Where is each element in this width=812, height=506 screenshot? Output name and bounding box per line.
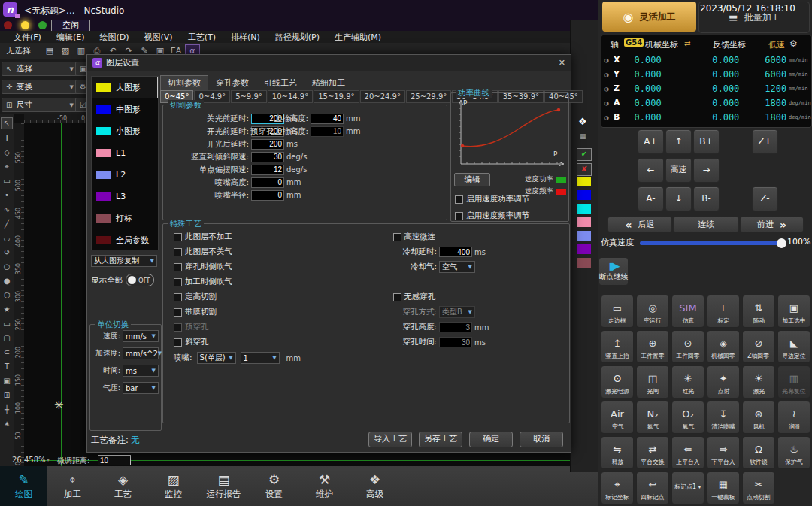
unit-select[interactable]: mm/s^2 ▼ bbox=[123, 347, 159, 359]
speed-mode-label[interactable]: 低速 bbox=[768, 39, 785, 50]
enable-speed-power-checkbox[interactable]: 启用速度功率调节 bbox=[455, 194, 529, 205]
drawing-tool-icon[interactable]: • bbox=[2, 190, 12, 201]
show-all-toggle[interactable]: OFF bbox=[126, 274, 154, 286]
function-button[interactable]: ▦ 一键裁板 bbox=[707, 471, 740, 504]
main-tab[interactable]: ▤ 运行报告 bbox=[198, 466, 249, 506]
parameter-tab[interactable]: 穿孔参数 bbox=[208, 75, 256, 92]
layer-list-item[interactable]: L3 bbox=[92, 186, 158, 208]
function-button[interactable]: ⇛ 下平台入 bbox=[707, 436, 740, 469]
drawing-tool-icon[interactable]: ▭ bbox=[2, 176, 12, 186]
layer-color-swatch[interactable] bbox=[577, 204, 591, 214]
function-button[interactable]: ⊥ 标定 bbox=[707, 295, 740, 328]
layer-color-swatch[interactable] bbox=[577, 258, 591, 268]
function-button[interactable]: ⇄ 平台交换 bbox=[636, 436, 669, 469]
function-button[interactable]: ◈ 机械回零 bbox=[707, 330, 740, 363]
parameter-tab[interactable]: 引线工艺 bbox=[256, 75, 304, 92]
continuous-button[interactable]: 连续 bbox=[673, 217, 739, 232]
function-button[interactable]: ⊕ 工件置零 bbox=[636, 330, 669, 363]
axis-clear-icon[interactable]: ◑ bbox=[604, 56, 614, 64]
cool-delay-input[interactable] bbox=[439, 247, 472, 257]
save-as-process-button[interactable]: 另存工艺 bbox=[419, 432, 462, 447]
jog-y-minus-button[interactable]: ↓ bbox=[665, 186, 692, 211]
nozzle-size-select[interactable]: 1 ▼ bbox=[241, 352, 280, 364]
step-back-button[interactable]: « 后退 bbox=[607, 217, 672, 232]
main-tab[interactable]: ⚒ 维护 bbox=[299, 466, 350, 506]
special-checkbox[interactable]: 带膜切割 bbox=[174, 305, 232, 320]
function-button[interactable]: ⊙ 工件回零 bbox=[671, 330, 704, 363]
axis-clear-icon[interactable]: ◑ bbox=[604, 99, 614, 107]
drawing-tool-icon[interactable]: ⌖ bbox=[2, 162, 12, 172]
menu-item[interactable]: 路径规划(P) bbox=[268, 32, 327, 43]
angle-range-tab[interactable]: 25~29.9° bbox=[406, 90, 451, 103]
param-input[interactable] bbox=[251, 152, 284, 162]
angle-range-tab[interactable]: 20~24.9° bbox=[360, 90, 405, 103]
left-panel-button[interactable]: ✛ 变换 ▼ bbox=[2, 80, 78, 94]
jog-b-plus-button[interactable]: B+ bbox=[693, 129, 720, 154]
special-checkbox[interactable]: 斜穿孔 bbox=[174, 335, 232, 350]
left-panel-button[interactable]: ⊞ 尺寸 ▼ bbox=[2, 98, 78, 112]
enable-speed-freq-checkbox[interactable]: 启用速度频率调节 bbox=[455, 211, 529, 221]
drawing-tool-icon[interactable]: ✛ bbox=[2, 133, 12, 144]
param-input[interactable] bbox=[311, 114, 344, 124]
function-button[interactable]: ⌖ 标记坐标 bbox=[601, 471, 634, 504]
sim-speed-slider[interactable] bbox=[640, 241, 783, 245]
layers-stack-icon[interactable]: ❖ bbox=[578, 116, 587, 127]
no-feel-pierce-checkbox[interactable]: 无感穿孔 bbox=[393, 289, 489, 305]
jog-high-speed-button[interactable]: 高速 bbox=[665, 158, 692, 183]
toolbar-icon[interactable]: ▤ bbox=[43, 45, 56, 57]
drawing-tool-icon[interactable]: ⬡ bbox=[2, 290, 12, 301]
layer-list-item[interactable]: 小图形 bbox=[92, 120, 158, 142]
drawing-tool-icon[interactable]: ┼ bbox=[2, 404, 12, 415]
angle-range-tab[interactable]: 10~14.9° bbox=[268, 90, 313, 103]
param-input[interactable] bbox=[251, 177, 284, 188]
angle-range-tab[interactable]: 15~19.9° bbox=[314, 90, 359, 103]
layer-color-swatch[interactable] bbox=[577, 177, 591, 186]
drawing-tool-icon[interactable]: ★ bbox=[2, 305, 12, 315]
special-checkbox[interactable]: 此图层不加工 bbox=[174, 229, 232, 244]
close-icon[interactable]: ✕ bbox=[559, 58, 565, 68]
drawing-tool-icon[interactable]: ● bbox=[2, 276, 12, 286]
function-button[interactable]: SIM 仿真 bbox=[671, 295, 704, 328]
unit-select[interactable]: ms ▼ bbox=[123, 365, 159, 377]
gear-icon[interactable]: ⚙ bbox=[789, 38, 798, 49]
slider-knob[interactable] bbox=[777, 238, 786, 248]
drawing-tool-icon[interactable]: T bbox=[2, 362, 12, 372]
layer-list-item[interactable]: 大图形 bbox=[92, 77, 158, 98]
menu-item[interactable]: 视图(V) bbox=[137, 32, 180, 43]
cancel-button[interactable]: 取消 bbox=[520, 432, 563, 447]
angle-range-tab[interactable]: 5~9.9° bbox=[231, 90, 267, 103]
nudge-distance-input[interactable] bbox=[98, 455, 131, 465]
jog-y-plus-button[interactable]: ↑ bbox=[665, 129, 692, 154]
drawing-tool-icon[interactable]: ⊞ bbox=[2, 390, 12, 401]
main-tab[interactable]: ▨ 监控 bbox=[148, 466, 198, 506]
jog-z-plus-button[interactable]: Z+ bbox=[752, 129, 778, 154]
layer-list-item[interactable]: 全局参数 bbox=[92, 229, 158, 251]
function-button[interactable]: ↥ 竖直上抬 bbox=[601, 330, 634, 363]
param-input[interactable] bbox=[251, 190, 284, 201]
special-checkbox[interactable]: 此图层不关气 bbox=[174, 244, 232, 259]
menu-item[interactable]: 编辑(E) bbox=[49, 32, 92, 43]
layer-list-item[interactable]: L1 bbox=[92, 142, 158, 164]
layer-list-item[interactable]: 中图形 bbox=[92, 98, 158, 120]
cancel-layer-button[interactable]: ✘ bbox=[577, 163, 592, 176]
function-button[interactable]: ♨ 保护气 bbox=[777, 436, 810, 469]
axis-clear-icon[interactable]: ◑ bbox=[604, 85, 614, 92]
jog-b-minus-button[interactable]: B- bbox=[693, 186, 720, 211]
param-input[interactable] bbox=[311, 126, 344, 137]
drawing-tool-icon[interactable]: ▣ bbox=[2, 376, 12, 386]
jog-x-minus-button[interactable]: ← bbox=[638, 158, 664, 183]
sync-icon[interactable]: ⇄ bbox=[684, 39, 690, 47]
function-button[interactable]: Ω 软件锁 bbox=[742, 436, 775, 469]
function-button[interactable]: ◎ 空运行 bbox=[636, 295, 669, 328]
param-input[interactable] bbox=[251, 165, 284, 175]
function-button[interactable]: ≀ 润滑 bbox=[777, 401, 810, 434]
dialog-title-bar[interactable]: α 图层设置 ✕ bbox=[87, 55, 571, 71]
function-button[interactable]: O₂ 氧气 bbox=[671, 401, 704, 434]
function-button[interactable]: ☀ 激光 bbox=[742, 365, 775, 398]
drawing-tool-icon[interactable]: ▭ bbox=[2, 319, 12, 329]
menu-item[interactable]: 排样(N) bbox=[223, 32, 268, 43]
processing-mode-tab[interactable]: ◉ 灵活加工 bbox=[602, 2, 696, 32]
layer-grid-icon[interactable]: ▦ bbox=[580, 132, 586, 140]
edit-curve-button[interactable]: 编辑 bbox=[454, 173, 490, 186]
copy-from-layer-select[interactable]: 从大图形复制 ▼ bbox=[91, 255, 157, 267]
